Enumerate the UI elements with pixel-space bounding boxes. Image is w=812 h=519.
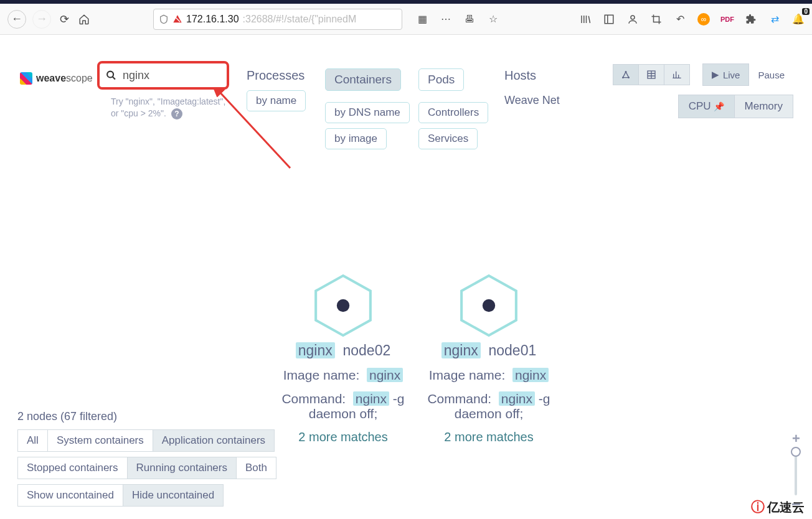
metric-group: CPU📌 Memory (678, 95, 793, 118)
filter-show-uncontained[interactable]: Show uncontained (17, 484, 123, 507)
sync-icon[interactable]: ⇄ (768, 13, 781, 26)
printer-icon[interactable]: 🖶 (463, 13, 476, 26)
zoom-slider[interactable] (795, 452, 797, 495)
footer-filters: 2 nodes (67 filtered) All System contain… (17, 410, 285, 512)
svg-rect-0 (605, 15, 613, 24)
image-value: nginx (367, 368, 403, 382)
hexagon-icon (311, 274, 375, 337)
url-host: 172.16.1.30 (186, 14, 239, 25)
forward-button[interactable]: → (32, 10, 51, 29)
search-input[interactable] (123, 69, 220, 82)
nav-processes[interactable]: Processes (247, 68, 321, 83)
nav-hosts[interactable]: Hosts (504, 68, 579, 83)
notif-badge: 0 (802, 8, 810, 15)
logo-text-2: scope (66, 73, 93, 83)
browser-toolbar: ← → ⟳ 172.16.1.30:32688/#!/state/{"pinne… (0, 4, 812, 35)
insecure-icon (172, 14, 182, 24)
zoom-control: + − (791, 431, 801, 508)
graph-canvas[interactable]: nginx node02 Image name: nginx Command: … (0, 174, 812, 432)
shield-icon (159, 14, 169, 24)
memory-button[interactable]: Memory (735, 95, 793, 118)
search-icon (106, 69, 116, 82)
watermark: ⓘ 亿速云 (751, 498, 805, 517)
qr-icon[interactable]: ▦ (416, 13, 428, 26)
node-card[interactable]: nginx node01 Image name: nginx Command: … (411, 274, 567, 444)
pill-by-image[interactable]: by image (325, 128, 387, 149)
sidebar-icon[interactable] (603, 13, 615, 26)
nav-containers[interactable]: Containers (325, 68, 401, 91)
pin-icon: 📌 (714, 101, 724, 111)
cmd-label: Command: (281, 391, 346, 406)
view-chart-button[interactable] (664, 64, 690, 85)
help-icon[interactable]: ? (171, 108, 182, 119)
url-path: :32688/#!/state/{"pinnedM (243, 14, 357, 25)
nav-weavenet[interactable]: Weave Net (504, 94, 579, 107)
node-count: 2 nodes (67 filtered) (17, 410, 285, 423)
live-pause-group: ▶ Live Pause (702, 63, 793, 86)
node-card[interactable]: nginx node02 Image name: nginx Command: … (265, 274, 421, 444)
browser-tabstrip (0, 0, 812, 4)
filter-row-1: All System containers Application contai… (17, 429, 285, 452)
cmd-label: Command: (427, 391, 491, 406)
svg-point-11 (483, 299, 495, 312)
logo-text-1: weave (36, 73, 66, 83)
filter-row-2: Stopped containers Running containers Bo… (17, 457, 285, 479)
filter-hide-uncontained[interactable]: Hide uncontained (123, 484, 224, 507)
zoom-in-button[interactable]: + (792, 431, 800, 447)
logo[interactable]: weavescope (20, 72, 93, 85)
node-name: nginx (441, 342, 481, 358)
node-host: node02 (343, 342, 391, 358)
view-table-button[interactable] (639, 64, 664, 85)
search-hint: Try "nginx", "Imagetag:latest", or "cpu … (111, 96, 235, 119)
undo-icon[interactable]: ↶ (674, 13, 686, 26)
pill-controllers[interactable]: Controllers (418, 102, 488, 123)
cmd-hl: nginx (499, 391, 535, 406)
more-matches[interactable]: 2 more matches (411, 430, 567, 444)
crop-icon[interactable] (650, 13, 663, 26)
cloud-icon: ⓘ (751, 498, 765, 517)
image-label: Image name: (283, 368, 360, 382)
zoom-handle[interactable] (791, 447, 801, 457)
svg-point-2 (107, 72, 113, 78)
filter-both[interactable]: Both (237, 457, 276, 479)
pdf-icon[interactable]: PDF (721, 13, 734, 26)
home-icon[interactable] (77, 12, 91, 26)
pause-button[interactable]: Pause (749, 63, 793, 86)
library-icon[interactable] (579, 13, 592, 26)
account-icon[interactable] (626, 13, 639, 26)
cpu-button[interactable]: CPU📌 (678, 95, 735, 118)
puzzle-icon[interactable] (745, 13, 757, 26)
more-matches[interactable]: 2 more matches (265, 430, 421, 444)
more-icon[interactable]: ⋯ (440, 13, 452, 26)
filter-row-3: Show uncontained Hide uncontained (17, 484, 285, 507)
star-icon[interactable]: ☆ (487, 13, 499, 26)
view-mode-group (613, 64, 690, 85)
svg-point-9 (337, 299, 349, 312)
pill-services[interactable]: Services (418, 128, 478, 149)
live-button[interactable]: ▶ Live (702, 63, 750, 86)
cmd-hl: nginx (353, 391, 389, 406)
hexagon-icon (457, 274, 521, 337)
image-value: nginx (512, 368, 549, 382)
pill-by-name[interactable]: by name (247, 90, 306, 111)
filter-system[interactable]: System containers (48, 429, 153, 452)
filter-all[interactable]: All (17, 429, 48, 452)
back-button[interactable]: ← (7, 10, 26, 29)
logo-icon (20, 72, 32, 85)
filter-application[interactable]: Application containers (153, 429, 275, 452)
svg-point-1 (631, 16, 635, 19)
view-graph-button[interactable] (613, 64, 639, 85)
image-label: Image name: (429, 368, 506, 382)
filter-running[interactable]: Running containers (128, 457, 237, 479)
nav-pods[interactable]: Pods (418, 68, 464, 91)
reload-icon[interactable]: ⟳ (57, 12, 71, 26)
node-name: nginx (296, 342, 335, 358)
infinity-icon[interactable]: ∞ (697, 13, 710, 26)
search-box[interactable] (97, 61, 229, 90)
node-host: node01 (489, 342, 537, 358)
app-root: weavescope Try "nginx", "Imagetag:latest… (0, 50, 812, 519)
filter-stopped[interactable]: Stopped containers (17, 457, 128, 479)
notifications-icon[interactable]: 🔔0 (792, 13, 805, 26)
url-bar[interactable]: 172.16.1.30:32688/#!/state/{"pinnedM (153, 9, 402, 30)
pill-by-dns[interactable]: by DNS name (325, 102, 410, 123)
